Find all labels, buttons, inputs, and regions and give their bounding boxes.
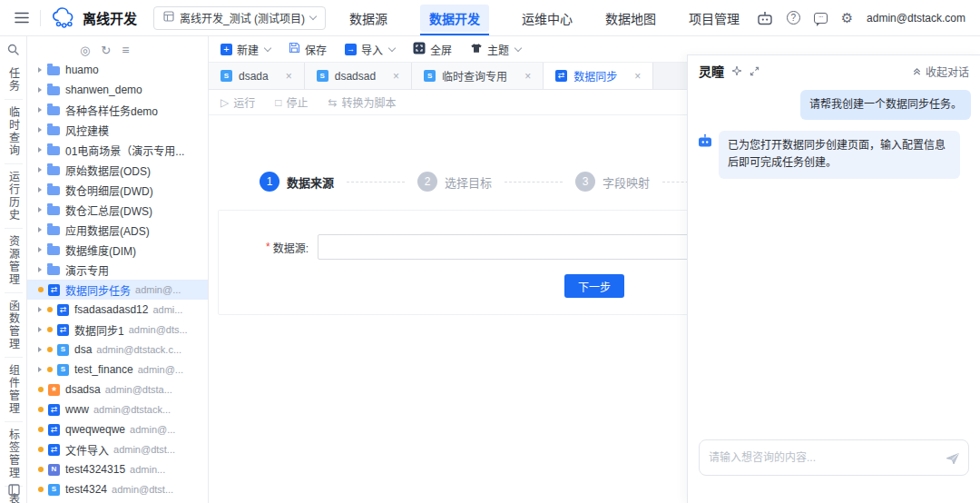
- tree-item-owner: admin@dtst...: [113, 444, 175, 455]
- tree-item[interactable]: dsa admin@dtstack.c...: [27, 340, 208, 360]
- expand-arrow-icon[interactable]: [38, 187, 42, 192]
- locate-icon[interactable]: [80, 44, 90, 56]
- tree-item[interactable]: dsadsa admin@dtsta...: [27, 380, 208, 399]
- expand-arrow-icon[interactable]: [38, 67, 42, 73]
- tree-item[interactable]: 应用数据层(ADS): [27, 220, 208, 240]
- close-icon[interactable]: ×: [393, 70, 399, 83]
- tree-item[interactable]: 风控建模: [27, 120, 208, 140]
- tree-item[interactable]: fsadasadasd12 admi...: [27, 300, 208, 320]
- theme-button[interactable]: 主题: [462, 36, 529, 62]
- task-tree-panel: huamo shanwen_demo 各种各样任务demo 风控建模: [27, 36, 209, 503]
- project-icon: [163, 11, 174, 25]
- panel-toggle-icon[interactable]: [0, 484, 27, 496]
- import-button[interactable]: 导入: [337, 36, 403, 62]
- expand-arrow-icon[interactable]: [38, 367, 42, 372]
- gear-icon[interactable]: [841, 10, 853, 26]
- expand-arrow-icon[interactable]: [38, 147, 42, 153]
- tree-item[interactable]: 数仓汇总层(DWS): [27, 200, 208, 220]
- editor-tab[interactable]: dsada ×: [209, 63, 305, 89]
- send-icon[interactable]: [945, 450, 960, 466]
- save-button[interactable]: 保存: [280, 36, 335, 62]
- tree-item[interactable]: 文件导入 admin@dtst...: [27, 439, 208, 459]
- nav-item[interactable]: 数据地图: [605, 5, 656, 32]
- help-icon[interactable]: [787, 11, 800, 25]
- required-mark: *: [266, 241, 270, 253]
- tree-item[interactable]: shanwen_demo: [27, 80, 208, 100]
- new-button[interactable]: 新建: [212, 36, 279, 62]
- nav-item[interactable]: 项目管理: [689, 5, 740, 32]
- run-toolbar-button[interactable]: 停止: [275, 94, 308, 110]
- next-step-button[interactable]: 下一步: [564, 274, 624, 298]
- rail-item[interactable]: 函数管理: [5, 293, 23, 358]
- nav-item[interactable]: 数据源: [349, 5, 387, 32]
- expand-arrow-icon[interactable]: [38, 207, 42, 212]
- tree-item[interactable]: 01电商场景（演示专用...: [27, 140, 208, 160]
- feedback-icon[interactable]: [814, 13, 828, 24]
- editor-tab[interactable]: dsadsad ×: [305, 63, 412, 89]
- expand-arrow-icon[interactable]: [38, 87, 42, 93]
- tree-item-label: huamo: [65, 64, 99, 76]
- import-icon: [345, 44, 357, 55]
- task-type-icon: [57, 364, 69, 376]
- fullscreen-button-label: 全屏: [430, 42, 452, 57]
- tree-item[interactable]: www admin@dtstack...: [27, 399, 208, 419]
- step-label: 数据来源: [287, 173, 334, 191]
- tree-item[interactable]: 各种各样任务demo: [27, 100, 208, 120]
- user-email[interactable]: admin@dtstack.com: [867, 12, 965, 25]
- expand-arrow-icon[interactable]: [38, 107, 42, 113]
- tree-item[interactable]: 数据维度(DIM): [27, 240, 208, 260]
- nav-item[interactable]: 数据开发: [420, 5, 489, 32]
- run-toolbar-button[interactable]: 转换为脚本: [328, 94, 397, 110]
- editor-tab[interactable]: 临时查询专用 ×: [412, 63, 544, 89]
- tree-item[interactable]: test4324315 admin...: [27, 459, 208, 479]
- expand-icon[interactable]: [750, 66, 760, 76]
- rail-item[interactable]: 临时查询: [5, 100, 23, 164]
- tree-item[interactable]: test_finance admin@...: [27, 360, 208, 380]
- expand-arrow-icon[interactable]: [38, 247, 42, 252]
- rail-item[interactable]: 资源管理: [5, 229, 23, 293]
- step-number: 2: [417, 172, 437, 192]
- chat-input[interactable]: [709, 451, 938, 464]
- close-icon[interactable]: ×: [286, 70, 292, 83]
- rail-item[interactable]: 组件管理: [5, 358, 23, 422]
- tree-item[interactable]: 原始数据层(ODS): [27, 160, 208, 180]
- datasource-select[interactable]: [318, 234, 744, 260]
- close-icon[interactable]: ×: [634, 70, 641, 83]
- expand-arrow-icon[interactable]: [38, 327, 42, 332]
- top-nav: 数据源数据开发运维中心数据地图项目管理: [349, 5, 740, 32]
- expand-arrow-icon[interactable]: [38, 347, 42, 352]
- run-toolbar-button[interactable]: 运行: [220, 94, 255, 110]
- tree-item[interactable]: 数据同步任务 admin@...: [27, 280, 208, 300]
- step-label: 字段映射: [603, 173, 650, 191]
- collapse-chat-button[interactable]: 收起对话: [912, 64, 969, 79]
- search-icon[interactable]: [7, 44, 19, 55]
- close-icon[interactable]: ×: [524, 70, 531, 83]
- tree-item[interactable]: 演示专用: [27, 260, 208, 280]
- sparkle-icon[interactable]: [731, 65, 742, 76]
- project-selector[interactable]: 离线开发_测试 (测试项目): [153, 6, 326, 30]
- rail-item-label: 函数管理: [8, 300, 19, 350]
- refresh-icon[interactable]: [101, 44, 111, 56]
- nav-item[interactable]: 运维中心: [522, 5, 573, 32]
- tree-item[interactable]: qweqweqwe admin@...: [27, 419, 208, 439]
- rail-item[interactable]: 任务: [5, 61, 23, 100]
- task-type-icon: [47, 266, 60, 275]
- tree-item[interactable]: 数据同步1 admin@dts...: [27, 320, 208, 340]
- list-icon[interactable]: [122, 44, 129, 56]
- expand-arrow-icon[interactable]: [38, 307, 42, 312]
- import-button-label: 导入: [361, 42, 383, 57]
- expand-arrow-icon[interactable]: [38, 127, 42, 133]
- menu-icon[interactable]: [15, 12, 29, 24]
- fullscreen-button[interactable]: 全屏: [405, 36, 460, 62]
- expand-arrow-icon[interactable]: [38, 267, 42, 272]
- editor-tab[interactable]: 数据同步 ×: [544, 63, 653, 89]
- expand-arrow-icon[interactable]: [38, 227, 42, 232]
- tree-item[interactable]: huamo: [27, 60, 208, 80]
- rail-item[interactable]: 运行历史: [5, 164, 23, 229]
- tree-item-label: 各种各样任务demo: [65, 103, 158, 118]
- expand-arrow-icon[interactable]: [38, 167, 42, 173]
- rail-item[interactable]: 标签管理: [5, 422, 23, 487]
- assistant-robot-icon[interactable]: [757, 11, 773, 25]
- tree-item[interactable]: 数仓明细层(DWD): [27, 180, 208, 200]
- tree-item[interactable]: test4324 admin@dtst...: [27, 479, 208, 499]
